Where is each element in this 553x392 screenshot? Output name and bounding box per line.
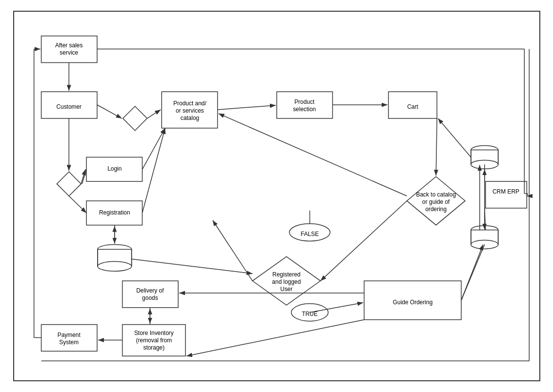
arrow-login-catalog <box>142 128 165 170</box>
login-label: Login <box>107 165 122 172</box>
svg-text:(removal from: (removal from <box>136 337 172 344</box>
arrow-catalog-selection <box>217 105 275 110</box>
arrow-upperdb-cart <box>438 118 471 157</box>
arrow-btc-registered <box>320 201 407 281</box>
customer-label: Customer <box>56 103 82 110</box>
store-inventory-label: Store Inventory <box>134 330 173 336</box>
svg-text:or guide of: or guide of <box>422 198 450 205</box>
svg-text:goods: goods <box>142 294 158 301</box>
catalog-label: Product and/ <box>173 100 206 107</box>
false-label: FALSE <box>301 231 319 237</box>
guide-ordering-label: Guide Ordering <box>392 299 432 306</box>
cart-label: Cart <box>407 103 418 110</box>
registration-label: Registration <box>99 209 130 216</box>
after-sales-label: After sales <box>55 42 82 49</box>
svg-text:User: User <box>280 286 292 293</box>
svg-text:storage): storage) <box>143 344 164 351</box>
arrow-reg-catalog <box>142 128 165 213</box>
decision-catalog-diamond <box>123 106 147 131</box>
arrow-guide-right <box>461 244 485 300</box>
arrow-decision-catalog <box>147 110 161 118</box>
svg-text:selection: selection <box>293 106 316 113</box>
arrow-db-registered <box>131 259 252 274</box>
diagram-container: After sales service Customer Login Regis… <box>13 11 540 381</box>
arrow-customer-decision <box>97 105 122 118</box>
arrow-btc-catalog <box>218 114 407 196</box>
svg-text:and logged: and logged <box>272 278 301 285</box>
delivery-label: Delivery of <box>136 287 164 294</box>
product-selection-label: Product <box>294 98 315 105</box>
crm-erp-label: CRM ERP <box>492 188 519 195</box>
svg-text:catalog: catalog <box>180 115 199 121</box>
arrow-false-left <box>212 220 252 281</box>
svg-text:Back to catalog: Back to catalog <box>416 191 456 198</box>
arrow-login-back <box>82 169 86 184</box>
svg-text:System: System <box>59 339 79 346</box>
svg-text:ordering: ordering <box>425 206 447 213</box>
payment-system-label: Payment <box>57 332 81 338</box>
arrow-cart-btc <box>436 118 437 176</box>
arrow-guide-store <box>186 320 364 356</box>
db-registration-bottom <box>97 261 131 271</box>
arrow-dec-login <box>81 169 85 184</box>
svg-text:service: service <box>60 49 78 56</box>
svg-text:Registered: Registered <box>272 271 301 278</box>
decision-login-diamond <box>57 172 81 196</box>
arrow-dec-registration <box>69 196 86 213</box>
svg-text:or services: or services <box>176 107 204 114</box>
